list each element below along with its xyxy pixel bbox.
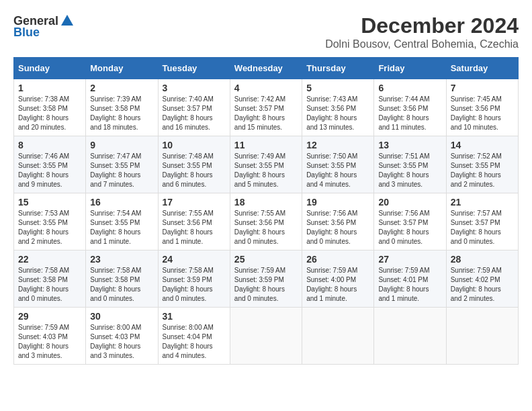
sunrise-label: Sunrise: 7:54 AM bbox=[90, 210, 141, 217]
day-info: Sunrise: 7:59 AM Sunset: 4:02 PM Dayligh… bbox=[451, 266, 514, 304]
sunset-label: Sunset: 3:58 PM bbox=[18, 276, 68, 283]
location: Dolni Bousov, Central Bohemia, Czechia bbox=[325, 38, 519, 50]
sunrise-label: Sunrise: 7:39 AM bbox=[90, 95, 141, 103]
day-cell: 7 Sunrise: 7:45 AM Sunset: 3:56 PM Dayli… bbox=[446, 79, 518, 136]
day-number: 10 bbox=[163, 140, 226, 150]
day-number: 1 bbox=[18, 83, 81, 93]
sunrise-label: Sunrise: 7:46 AM bbox=[18, 152, 69, 160]
sunset-label: Sunset: 4:00 PM bbox=[306, 276, 356, 283]
sunrise-label: Sunrise: 7:55 AM bbox=[234, 210, 285, 217]
sunset-label: Sunset: 3:55 PM bbox=[163, 162, 212, 169]
sunset-label: Sunset: 3:56 PM bbox=[451, 105, 500, 112]
sunrise-label: Sunrise: 7:48 AM bbox=[163, 152, 214, 160]
sunset-label: Sunset: 3:58 PM bbox=[18, 105, 68, 112]
title-section: December 2024 Dolni Bousov, Central Bohe… bbox=[325, 13, 519, 50]
day-number: 13 bbox=[378, 140, 441, 150]
daylight-label: Daylight: 8 hours and 1 minute. bbox=[378, 285, 429, 302]
daylight-label: Daylight: 8 hours and 0 minutes. bbox=[90, 285, 140, 302]
week-row-1: 1 Sunrise: 7:38 AM Sunset: 3:58 PM Dayli… bbox=[14, 79, 519, 136]
daylight-label: Daylight: 8 hours and 5 minutes. bbox=[234, 171, 285, 188]
day-info: Sunrise: 7:43 AM Sunset: 3:56 PM Dayligh… bbox=[306, 95, 369, 132]
day-info: Sunrise: 7:49 AM Sunset: 3:55 PM Dayligh… bbox=[234, 152, 298, 189]
sunset-label: Sunset: 3:56 PM bbox=[306, 219, 356, 226]
day-cell: 27 Sunrise: 7:59 AM Sunset: 4:01 PM Dayl… bbox=[374, 250, 446, 308]
day-info: Sunrise: 7:54 AM Sunset: 3:55 PM Dayligh… bbox=[90, 209, 153, 246]
day-cell bbox=[302, 308, 374, 365]
page-header: General Blue December 2024 Dolni Bousov,… bbox=[13, 13, 519, 50]
sunset-label: Sunset: 3:57 PM bbox=[234, 105, 284, 112]
sunrise-label: Sunrise: 7:58 AM bbox=[90, 267, 141, 274]
daylight-label: Daylight: 8 hours and 10 minutes. bbox=[451, 114, 501, 131]
sunset-label: Sunset: 3:58 PM bbox=[90, 276, 140, 283]
day-cell: 31 Sunrise: 8:00 AM Sunset: 4:04 PM Dayl… bbox=[158, 308, 230, 365]
daylight-label: Daylight: 8 hours and 18 minutes. bbox=[90, 114, 140, 131]
day-number: 30 bbox=[90, 311, 153, 322]
daylight-label: Daylight: 8 hours and 2 minutes. bbox=[451, 285, 501, 302]
day-cell: 26 Sunrise: 7:59 AM Sunset: 4:00 PM Dayl… bbox=[302, 250, 374, 308]
sunrise-label: Sunrise: 7:52 AM bbox=[451, 152, 502, 160]
day-number: 21 bbox=[451, 197, 514, 208]
day-number: 20 bbox=[378, 197, 441, 208]
day-number: 25 bbox=[234, 254, 298, 265]
daylight-label: Daylight: 8 hours and 0 minutes. bbox=[234, 228, 285, 245]
header-row: SundayMondayTuesdayWednesdayThursdayFrid… bbox=[14, 58, 519, 79]
daylight-label: Daylight: 8 hours and 0 minutes. bbox=[451, 228, 501, 245]
sunset-label: Sunset: 4:03 PM bbox=[90, 333, 140, 340]
daylight-label: Daylight: 8 hours and 0 minutes. bbox=[234, 285, 285, 302]
day-cell: 15 Sunrise: 7:53 AM Sunset: 3:55 PM Dayl… bbox=[14, 193, 86, 250]
day-cell: 14 Sunrise: 7:52 AM Sunset: 3:55 PM Dayl… bbox=[446, 136, 518, 193]
sunset-label: Sunset: 3:57 PM bbox=[451, 219, 500, 226]
sunset-label: Sunset: 3:56 PM bbox=[306, 105, 356, 112]
daylight-label: Daylight: 8 hours and 2 minutes. bbox=[18, 228, 69, 245]
daylight-label: Daylight: 8 hours and 13 minutes. bbox=[306, 114, 357, 131]
day-info: Sunrise: 7:56 AM Sunset: 3:56 PM Dayligh… bbox=[306, 209, 369, 246]
day-number: 6 bbox=[378, 83, 441, 93]
day-cell: 5 Sunrise: 7:43 AM Sunset: 3:56 PM Dayli… bbox=[302, 79, 374, 136]
day-info: Sunrise: 7:45 AM Sunset: 3:56 PM Dayligh… bbox=[451, 95, 514, 132]
day-cell bbox=[374, 308, 446, 365]
day-info: Sunrise: 7:53 AM Sunset: 3:55 PM Dayligh… bbox=[18, 209, 81, 246]
sunset-label: Sunset: 3:56 PM bbox=[163, 219, 212, 226]
day-cell: 17 Sunrise: 7:55 AM Sunset: 3:56 PM Dayl… bbox=[158, 193, 230, 250]
sunset-label: Sunset: 3:55 PM bbox=[451, 162, 500, 169]
day-cell bbox=[446, 308, 518, 365]
sunset-label: Sunset: 4:03 PM bbox=[18, 333, 68, 340]
daylight-label: Daylight: 8 hours and 7 minutes. bbox=[90, 171, 140, 188]
calendar-table: SundayMondayTuesdayWednesdayThursdayFrid… bbox=[13, 57, 519, 365]
header-tuesday: Tuesday bbox=[158, 58, 230, 79]
daylight-label: Daylight: 8 hours and 15 minutes. bbox=[234, 114, 285, 131]
day-info: Sunrise: 7:50 AM Sunset: 3:55 PM Dayligh… bbox=[306, 152, 369, 189]
daylight-label: Daylight: 8 hours and 4 minutes. bbox=[306, 171, 357, 188]
day-info: Sunrise: 7:56 AM Sunset: 3:57 PM Dayligh… bbox=[378, 209, 441, 246]
sunrise-label: Sunrise: 7:44 AM bbox=[378, 95, 429, 103]
day-number: 18 bbox=[234, 197, 298, 208]
day-cell: 24 Sunrise: 7:58 AM Sunset: 3:59 PM Dayl… bbox=[158, 250, 230, 308]
daylight-label: Daylight: 8 hours and 20 minutes. bbox=[18, 114, 69, 131]
sunset-label: Sunset: 3:57 PM bbox=[163, 105, 212, 112]
day-info: Sunrise: 7:40 AM Sunset: 3:57 PM Dayligh… bbox=[163, 95, 226, 132]
day-cell: 20 Sunrise: 7:56 AM Sunset: 3:57 PM Dayl… bbox=[374, 193, 446, 250]
daylight-label: Daylight: 8 hours and 16 minutes. bbox=[163, 114, 213, 131]
sunset-label: Sunset: 3:59 PM bbox=[234, 276, 284, 283]
day-number: 29 bbox=[18, 311, 81, 322]
day-cell: 12 Sunrise: 7:50 AM Sunset: 3:55 PM Dayl… bbox=[302, 136, 374, 193]
sunset-label: Sunset: 3:55 PM bbox=[234, 162, 284, 169]
sunset-label: Sunset: 3:59 PM bbox=[163, 276, 212, 283]
day-number: 31 bbox=[163, 311, 226, 322]
day-number: 16 bbox=[90, 197, 153, 208]
day-number: 26 bbox=[306, 254, 369, 265]
day-info: Sunrise: 7:55 AM Sunset: 3:56 PM Dayligh… bbox=[163, 209, 226, 246]
day-info: Sunrise: 7:38 AM Sunset: 3:58 PM Dayligh… bbox=[18, 95, 81, 132]
day-cell: 23 Sunrise: 7:58 AM Sunset: 3:58 PM Dayl… bbox=[86, 250, 158, 308]
day-info: Sunrise: 8:00 AM Sunset: 4:03 PM Dayligh… bbox=[90, 323, 153, 361]
sunrise-label: Sunrise: 7:55 AM bbox=[163, 210, 214, 217]
day-number: 5 bbox=[306, 83, 369, 93]
svg-marker-0 bbox=[61, 15, 73, 26]
sunset-label: Sunset: 3:55 PM bbox=[90, 219, 140, 226]
sunset-label: Sunset: 4:01 PM bbox=[378, 276, 428, 283]
daylight-label: Daylight: 8 hours and 6 minutes. bbox=[163, 171, 213, 188]
day-number: 2 bbox=[90, 83, 153, 93]
sunrise-label: Sunrise: 7:51 AM bbox=[378, 152, 429, 160]
sunrise-label: Sunrise: 7:59 AM bbox=[234, 267, 285, 274]
day-cell: 13 Sunrise: 7:51 AM Sunset: 3:55 PM Dayl… bbox=[374, 136, 446, 193]
